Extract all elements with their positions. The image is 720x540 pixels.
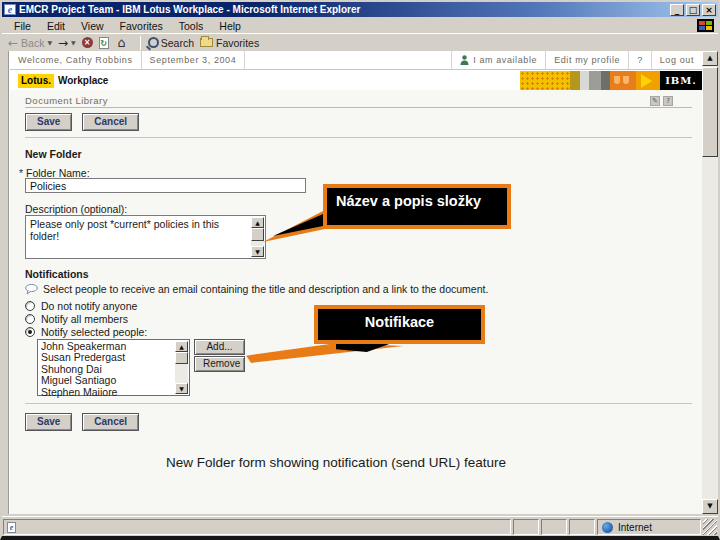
description-label: Description (optional): (25, 203, 127, 215)
minimize-button[interactable]: _ (670, 4, 684, 16)
vertical-scrollbar[interactable]: ▲ ▼ (702, 51, 718, 514)
save-button-bottom[interactable]: Save (25, 413, 72, 431)
back-button[interactable]: ← Back ▼ (8, 37, 52, 49)
person-icon (460, 55, 469, 65)
scroll-down-icon[interactable]: ▼ (702, 499, 718, 514)
people-scrollbar[interactable]: ▲ ▼ (175, 341, 188, 394)
home-button[interactable]: ⌂ (115, 36, 129, 49)
menu-bar: File Edit View Favorites Tools Help (2, 18, 718, 33)
menu-help[interactable]: Help (211, 20, 249, 32)
close-button[interactable]: × (702, 4, 716, 16)
ibm-logo: IBM. (660, 71, 702, 90)
page-main: Welcome, Cathy Robbins September 3, 2004… (10, 51, 702, 514)
speech-bubble-icon (25, 284, 38, 295)
availability-status[interactable]: I am available (452, 55, 545, 65)
radio-notify-all[interactable] (25, 314, 35, 324)
scroll-down-icon[interactable]: ▼ (175, 383, 188, 394)
logout-link[interactable]: Log out (652, 55, 702, 65)
refresh-button[interactable]: ↻ (99, 37, 109, 49)
people-listbox[interactable]: John Speakerman Susan Predergast Shuhong… (37, 339, 190, 396)
section-title: Document Library (25, 95, 108, 106)
decorative-mosaic: IBM. (520, 71, 702, 90)
edit-section-icon[interactable]: ✎ (650, 96, 660, 106)
notifications-hint: Select people to receive an email contai… (43, 283, 488, 295)
save-button-top[interactable]: Save (25, 113, 72, 131)
menu-file[interactable]: File (6, 20, 39, 32)
cancel-button-bottom[interactable]: Cancel (82, 413, 139, 431)
back-arrow-icon: ← (8, 37, 18, 49)
menu-edit[interactable]: Edit (39, 20, 73, 32)
list-item[interactable]: Miguel Santiago (41, 375, 173, 386)
scroll-up-icon[interactable]: ▲ (702, 51, 718, 66)
add-button[interactable]: Add... (194, 339, 245, 355)
scroll-up-icon[interactable]: ▲ (251, 217, 264, 228)
radio-do-not-notify-label: Do not notify anyone (41, 300, 137, 312)
description-scrollbar[interactable]: ▲ ▼ (251, 217, 264, 257)
radio-notify-all-label: Notify all members (41, 313, 128, 325)
status-message-panel: e (3, 519, 511, 535)
maximize-button[interactable]: □ (686, 4, 700, 16)
menu-view[interactable]: View (73, 20, 112, 32)
menu-tools[interactable]: Tools (171, 20, 212, 32)
required-mark: * (19, 167, 23, 179)
favorites-button[interactable]: Favorites (200, 37, 259, 49)
menu-favorites[interactable]: Favorites (112, 20, 171, 32)
help-link[interactable]: ? (629, 55, 651, 65)
security-zone-panel: Internet (597, 519, 701, 535)
radio-do-not-notify[interactable] (25, 301, 35, 311)
forward-button[interactable]: → ▼ (58, 37, 76, 49)
welcome-text: Welcome, Cathy Robbins (10, 55, 141, 65)
scroll-up-icon[interactable]: ▲ (175, 341, 188, 352)
page-body: Welcome, Cathy Robbins September 3, 2004… (2, 51, 718, 514)
stop-icon: × (82, 37, 93, 48)
scrollbar-thumb[interactable] (702, 67, 718, 157)
notifications-title: Notifications (25, 268, 89, 280)
remove-button[interactable]: Remove (194, 356, 245, 372)
search-button[interactable]: Search (146, 37, 194, 49)
lotus-logo: Lotus. (18, 74, 54, 88)
ie-document-icon: e (7, 522, 16, 533)
left-gutter (2, 51, 9, 514)
scroll-down-icon[interactable]: ▼ (251, 246, 264, 257)
stop-button[interactable]: × (82, 37, 93, 48)
callout-notifications: Notifikace (314, 305, 485, 344)
form-area: Document Library ✎ ? Save Cancel New Fol… (10, 90, 702, 514)
window-title: EMCR Project Team - IBM Lotus Workplace … (19, 4, 360, 15)
radio-notify-selected-label: Notify selected people: (41, 326, 147, 338)
caption: New Folder form showing notification (se… (10, 455, 662, 470)
toolbar-separator (140, 36, 141, 50)
windows-logo-icon (697, 19, 714, 32)
description-textarea[interactable]: Please only post *current* policies in t… (25, 215, 266, 259)
brand-bar: Lotus. Workplace IBM. (10, 71, 702, 90)
titlebar: e EMCR Project Team - IBM Lotus Workplac… (2, 2, 718, 17)
section-help-icon[interactable]: ? (663, 96, 673, 106)
cancel-button-top[interactable]: Cancel (82, 113, 139, 131)
workplace-logo: Workplace (58, 75, 108, 86)
browser-toolbar: ← Back ▼ → ▼ × ↻ ⌂ Search Favorites (2, 33, 718, 51)
welcome-bar: Welcome, Cathy Robbins September 3, 2004… (10, 51, 702, 70)
zone-label: Internet (618, 522, 652, 533)
radio-notify-selected[interactable] (25, 327, 35, 337)
forward-dropdown-icon[interactable]: ▼ (71, 39, 76, 46)
list-item[interactable]: Stephen Maiiore (41, 387, 173, 398)
forward-arrow-icon: → (58, 37, 68, 49)
date-text: September 3, 2004 (142, 55, 245, 65)
favorites-folder-icon (200, 38, 213, 47)
callout-folder: Název a popis složky (323, 184, 511, 229)
description-text: Please only post *current* policies in t… (30, 218, 249, 242)
back-dropdown-icon[interactable]: ▼ (47, 39, 52, 46)
globe-icon (602, 522, 613, 533)
form-title: New Folder (25, 148, 82, 160)
ie-app-icon: e (4, 4, 16, 15)
status-bar: e Internet (2, 516, 718, 536)
home-icon: ⌂ (115, 36, 129, 49)
folder-name-input[interactable] (25, 178, 306, 193)
browser-window: e EMCR Project Team - IBM Lotus Workplac… (0, 0, 720, 540)
search-icon (146, 37, 158, 49)
resize-grip[interactable] (703, 519, 717, 535)
edit-profile-link[interactable]: Edit my profile (546, 55, 628, 65)
refresh-icon: ↻ (99, 37, 109, 49)
